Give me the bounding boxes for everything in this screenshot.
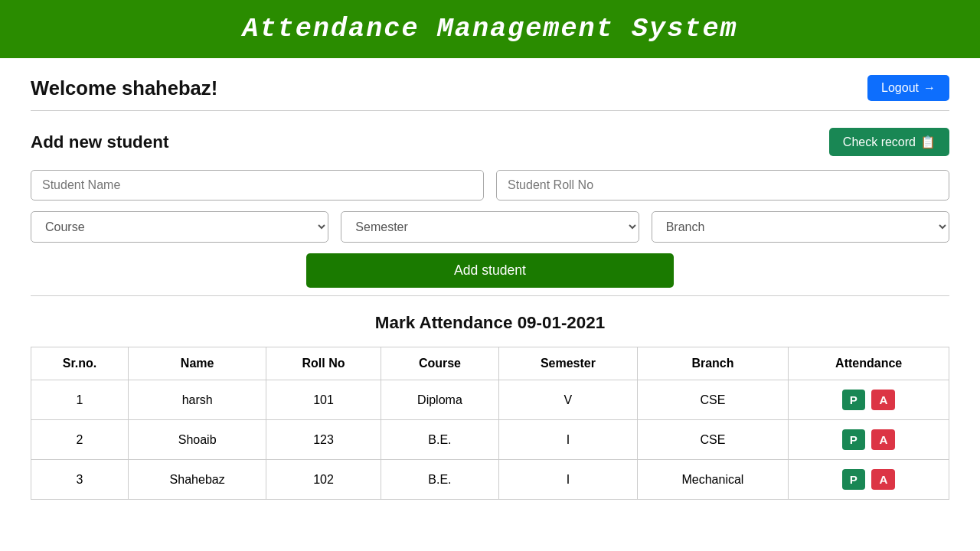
cell-semester: I xyxy=(499,460,637,500)
col-attendance: Attendance xyxy=(789,347,949,380)
present-button[interactable]: P xyxy=(842,429,865,450)
course-select[interactable]: Course Diploma B.E. B.Tech M.Tech xyxy=(31,211,328,243)
cell-roll: 123 xyxy=(266,420,381,460)
absent-button[interactable]: A xyxy=(871,390,895,410)
cell-semester: I xyxy=(499,420,637,460)
semester-select[interactable]: Semester I II III IV V VI VII VIII xyxy=(341,211,639,243)
cell-semester: V xyxy=(499,380,637,420)
app-header: Attendance Management System xyxy=(0,0,980,58)
cell-name: Shoaib xyxy=(128,420,266,460)
col-semester: Semester xyxy=(499,347,637,380)
add-student-button[interactable]: Add student xyxy=(306,253,674,288)
cell-attendance: P A xyxy=(789,460,949,500)
cell-sr: 1 xyxy=(31,380,129,420)
cell-roll: 102 xyxy=(266,460,381,500)
logout-button[interactable]: Logout → xyxy=(867,75,949,101)
table-row: 3 Shahebaz 102 B.E. I Mechanical P A xyxy=(31,460,949,500)
add-student-title: Add new student xyxy=(31,132,168,152)
present-button[interactable]: P xyxy=(842,390,865,410)
cell-attendance: P A xyxy=(789,420,949,460)
cell-course: Diploma xyxy=(381,380,499,420)
cell-sr: 3 xyxy=(31,460,129,500)
welcome-text: Welcome shahebaz! xyxy=(31,77,217,99)
add-student-label: Add student xyxy=(454,262,526,278)
cell-course: B.E. xyxy=(381,420,499,460)
present-button[interactable]: P xyxy=(842,469,865,490)
cell-roll: 101 xyxy=(266,380,381,420)
table-row: 2 Shoaib 123 B.E. I CSE P A xyxy=(31,420,949,460)
check-record-button[interactable]: Check record 📋 xyxy=(829,128,949,156)
cell-branch: Mechanical xyxy=(637,460,789,500)
app-title: Attendance Management System xyxy=(0,14,980,44)
cell-branch: CSE xyxy=(637,380,789,420)
logout-label: Logout xyxy=(881,81,919,95)
col-name: Name xyxy=(128,347,266,380)
logout-icon: → xyxy=(923,81,936,95)
cell-sr: 2 xyxy=(31,420,129,460)
branch-select[interactable]: Branch CSE ECE Mechanical Civil EEE xyxy=(652,211,949,243)
col-course: Course xyxy=(381,347,499,380)
table-row: 1 harsh 101 Diploma V CSE P A xyxy=(31,380,949,420)
file-icon: 📋 xyxy=(920,135,936,149)
absent-button[interactable]: A xyxy=(871,469,895,490)
student-name-input[interactable] xyxy=(31,170,484,201)
student-roll-input[interactable] xyxy=(496,170,949,201)
attendance-title: Mark Attendance 09-01-2021 xyxy=(31,313,949,333)
cell-name: Shahebaz xyxy=(128,460,266,500)
col-branch: Branch xyxy=(637,347,789,380)
attendance-table: Sr.no. Name Roll No Course Semester Bran… xyxy=(31,347,949,500)
check-record-label: Check record xyxy=(843,135,916,149)
col-srno: Sr.no. xyxy=(31,347,129,380)
absent-button[interactable]: A xyxy=(871,429,895,450)
cell-course: B.E. xyxy=(381,460,499,500)
cell-branch: CSE xyxy=(637,420,789,460)
cell-name: harsh xyxy=(128,380,266,420)
col-rollno: Roll No xyxy=(266,347,381,380)
cell-attendance: P A xyxy=(789,380,949,420)
